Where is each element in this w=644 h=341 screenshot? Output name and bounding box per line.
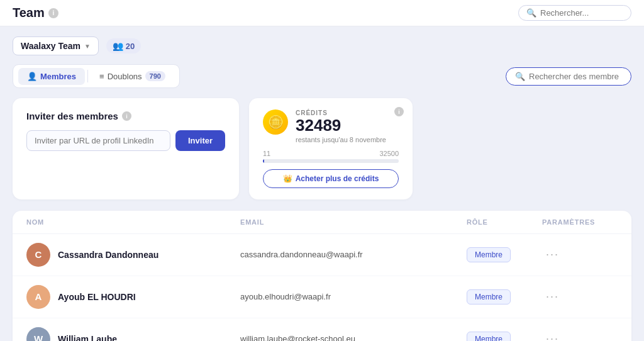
tab-doublons-label: Doublons [108,72,142,81]
col-role: RÔLE [467,218,542,226]
invite-button[interactable]: Inviter [175,130,225,151]
params-menu-button[interactable]: ··· [542,247,563,262]
credits-info: CRÉDITS 32489 restants jusqu'au 8 novemb… [296,109,399,143]
tabs-container: 👤 Membres ≡ Doublons 790 [13,64,180,88]
search-icon: 🔍 [526,8,536,18]
table-row: A Ayoub EL HOUDRI ayoub.elhoudri@waapi.f… [13,276,631,318]
params-menu-button[interactable]: ··· [542,331,563,341]
member-cell: W William Laube [26,327,240,341]
tab-membres[interactable]: 👤 Membres [18,68,85,85]
cards-row: Inviter des membres i Inviter i 🪙 CRÉDIT… [13,98,631,199]
member-name: William Laube [58,334,117,341]
team-selector[interactable]: Waalaxy Team ▼ [13,36,99,55]
buy-credits-label: Acheter plus de crédits [296,174,379,183]
role-cell: Membre [467,332,542,341]
avatar: C [26,243,50,267]
members-table: NOM EMAIL RÔLE PARAMÈTRES C Cassandra Da… [13,211,631,341]
email-cell: william.laube@rocket-school.eu [240,334,467,341]
role-badge: Membre [467,247,511,262]
table-body: C Cassandra Dandonneau cassandra.dandonn… [13,234,631,341]
col-params: PARAMÈTRES [542,218,618,226]
params-cell: ··· [542,289,618,305]
member-cell: C Cassandra Dandonneau [26,243,240,267]
search-members-icon: 🔍 [515,72,525,81]
credits-coin-icon: 🪙 [263,109,288,135]
member-name: Cassandra Dandonneau [58,250,158,260]
table-header: NOM EMAIL RÔLE PARAMÈTRES [13,211,631,234]
tabs-row: 👤 Membres ≡ Doublons 790 🔍 [13,64,631,88]
invite-info-icon[interactable]: i [122,111,131,121]
avatar: W [26,327,50,341]
team-name: Waalaxy Team [21,41,80,51]
member-cell: A Ayoub EL HOUDRI [26,285,240,309]
table-row: W William Laube william.laube@rocket-sch… [13,318,631,341]
credits-info-icon[interactable]: i [394,107,404,116]
invite-card: Inviter des membres i Inviter [13,98,239,199]
search-members-input[interactable] [529,72,622,81]
invite-card-title: Inviter des membres i [26,111,225,121]
credits-number: 32489 [296,116,399,135]
team-selector-row: Waalaxy Team ▼ 👥 20 [13,36,631,55]
email-cell: cassandra.dandonneau@waapi.fr [240,250,467,259]
doublons-icon: ≡ [99,72,104,81]
credits-header: 🪙 CRÉDITS 32489 restants jusqu'au 8 nove… [263,109,399,143]
crown-icon: 👑 [283,174,292,183]
role-cell: Membre [467,289,542,305]
page-title: Team i [13,6,58,20]
credits-progress-min: 11 [263,150,270,157]
credits-progress-bar [263,159,399,163]
invite-title-text: Inviter des membres [26,111,118,121]
credits-progress-row: 11 32500 [263,150,399,157]
avatar: A [26,285,50,309]
buy-credits-button[interactable]: 👑 Acheter plus de crédits [263,169,399,188]
title-info-icon[interactable]: i [48,8,58,18]
top-search-input[interactable] [540,8,623,18]
tab-membres-label: Membres [40,72,76,81]
people-icon: 👥 [113,41,123,51]
doublons-count: 790 [145,71,165,81]
tab-doublons[interactable]: ≡ Doublons 790 [91,67,174,85]
params-cell: ··· [542,247,618,262]
col-nom: NOM [26,218,240,226]
top-search[interactable]: 🔍 [518,5,631,21]
credits-card: i 🪙 CRÉDITS 32489 restants jusqu'au 8 no… [249,98,413,199]
params-cell: ··· [542,331,618,341]
member-count: 20 [126,42,135,51]
role-cell: Membre [467,247,542,262]
tab-divider [87,70,88,82]
role-badge: Membre [467,332,511,341]
member-name: Ayoub EL HOUDRI [58,292,136,302]
member-count-badge: 👥 20 [106,38,141,53]
email-cell: ayoub.elhoudri@waapi.fr [240,292,467,301]
credits-progress-fill [263,159,264,163]
table-row: C Cassandra Dandonneau cassandra.dandonn… [13,234,631,276]
credits-subtitle: restants jusqu'au 8 novembre [296,136,399,143]
role-badge: Membre [467,289,511,305]
main-content: Waalaxy Team ▼ 👥 20 👤 Membres ≡ Doublons… [0,26,644,341]
title-text: Team [13,6,45,20]
invite-url-input[interactable] [26,130,170,151]
params-menu-button[interactable]: ··· [542,289,563,305]
credits-progress-max: 32500 [379,150,399,157]
chevron-down-icon: ▼ [84,43,91,50]
search-members[interactable]: 🔍 [506,67,631,86]
top-bar: Team i 🔍 [0,0,644,26]
invite-input-row: Inviter [26,130,225,151]
col-email: EMAIL [240,218,467,226]
membres-icon: 👤 [27,72,37,81]
